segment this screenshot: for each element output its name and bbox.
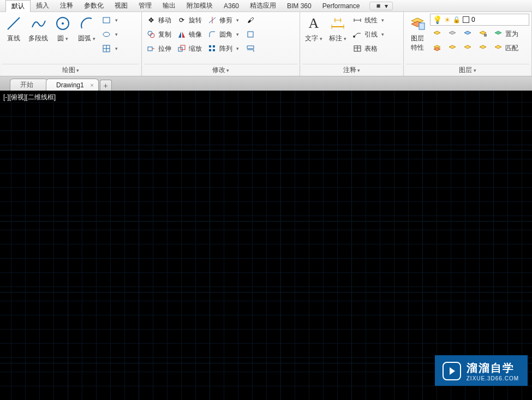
layer-status-dropdown[interactable]: 💡 ☀ 🔓 0	[430, 14, 529, 26]
tool-extra3[interactable]	[244, 42, 256, 55]
trim-label: 修剪	[219, 16, 232, 25]
copy-label: 复制	[158, 30, 171, 39]
tool-trim[interactable]: 修剪▾	[206, 14, 241, 27]
tool-polyline-label: 多段线	[28, 34, 48, 43]
color-swatch	[463, 16, 469, 23]
panel-annotation-title[interactable]: 注释	[302, 64, 401, 76]
layer-btn-3[interactable]	[446, 27, 458, 40]
polyline-icon	[29, 15, 47, 32]
menu-addins[interactable]: 附加模块	[181, 0, 218, 11]
tool-circle-label: 圆	[57, 34, 68, 43]
stretch-icon	[146, 44, 156, 53]
tool-ellipse[interactable]: ▾	[100, 28, 120, 41]
linear-icon	[352, 15, 362, 25]
menu-annotate[interactable]: 注释	[55, 0, 79, 11]
layer-btn-4[interactable]	[446, 41, 458, 55]
layer-btn-6[interactable]	[462, 41, 474, 55]
tab-close-icon[interactable]: ×	[90, 82, 93, 88]
tool-layerprops[interactable]: 图层 特性	[406, 14, 429, 53]
tool-linear[interactable]: 线性▾	[351, 14, 386, 27]
view-label[interactable]: [-][俯视][二维线框]	[3, 93, 56, 102]
play-icon	[443, 362, 461, 380]
tab-start-label: 开始	[20, 80, 33, 89]
menu-output[interactable]: 输出	[157, 0, 181, 11]
scale-label: 缩放	[189, 44, 202, 53]
tool-move[interactable]: ✥移动	[145, 14, 172, 27]
panel-layers-title[interactable]: 图层	[406, 64, 529, 76]
trim-icon	[207, 15, 217, 25]
layer-iso-icon	[447, 43, 457, 53]
svg-point-29	[353, 35, 355, 38]
tool-circle[interactable]: 圆	[51, 14, 74, 44]
layer-btn-5[interactable]	[462, 27, 474, 40]
tool-fillet[interactable]: 圆角▾	[206, 28, 241, 41]
dim-label: 标注	[329, 34, 346, 43]
svg-rect-15	[209, 45, 211, 47]
table-label: 表格	[364, 44, 378, 53]
setcurrent-label: 置为	[505, 29, 518, 39]
menu-default[interactable]: 默认	[5, 0, 31, 12]
layerprops-label: 图层 特性	[411, 34, 424, 52]
menu-performance[interactable]: Performance	[317, 1, 366, 11]
menu-bim360[interactable]: BIM 360	[282, 1, 317, 11]
menu-a360[interactable]: A360	[218, 1, 244, 11]
layer-current-name: 0	[471, 16, 527, 23]
tool-polyline[interactable]: 多段线	[26, 14, 50, 44]
line-icon	[5, 15, 22, 32]
tool-extra2[interactable]	[244, 28, 256, 41]
panel-draw-title[interactable]: 绘图	[2, 64, 139, 76]
layer-setcurrent[interactable]: 置为	[492, 27, 519, 40]
text-label: 文字	[305, 34, 322, 43]
tool-stretch[interactable]: 拉伸	[145, 42, 172, 55]
tool-copy[interactable]: 复制	[145, 28, 172, 41]
dimension-icon	[329, 15, 346, 32]
layer-btn-1[interactable]	[431, 27, 443, 40]
menu-view[interactable]: 视图	[109, 0, 133, 11]
fillet-label: 圆角	[219, 30, 232, 39]
svg-rect-18	[213, 49, 215, 51]
drawing-canvas[interactable]: [-][俯视][二维线框] 溜溜自学 ZIXUE.3D66.COM	[0, 91, 532, 400]
layer-btn-2[interactable]	[431, 41, 443, 55]
text-icon: A	[305, 15, 322, 32]
menu-featured[interactable]: 精选应用	[244, 0, 282, 11]
menu-parametric[interactable]: 参数化	[79, 0, 109, 11]
layer-match[interactable]: 匹配	[492, 41, 519, 55]
tool-leader[interactable]: 引线▾	[351, 28, 386, 41]
menu-bar: 默认 插入 注释 参数化 视图 管理 输出 附加模块 A360 精选应用 BIM…	[0, 0, 532, 12]
tool-extra1[interactable]: 🖌	[244, 14, 256, 27]
tool-line-label: 直线	[7, 34, 20, 43]
menu-manage[interactable]: 管理	[133, 0, 157, 11]
mirror-icon	[177, 29, 187, 39]
tool-rect[interactable]: ▾	[100, 14, 120, 27]
hatch-icon	[101, 44, 111, 53]
tool-rotate[interactable]: ⟳旋转	[176, 14, 203, 27]
tool-array[interactable]: 阵列▾	[206, 42, 241, 55]
layer-off-icon	[447, 29, 457, 39]
tool-hatch[interactable]: ▾	[100, 42, 120, 55]
layer-freeze-icon	[463, 29, 473, 39]
tool-table[interactable]: 表格	[351, 42, 386, 55]
table-icon	[352, 44, 362, 53]
move-label: 移动	[158, 16, 171, 25]
tool-mirror[interactable]: 镜像	[176, 28, 203, 41]
circle-icon	[54, 15, 71, 32]
tab-drawing1-label: Drawing1	[56, 81, 84, 89]
tool-arc[interactable]: 圆弧	[75, 14, 98, 44]
brush-icon: 🖌	[246, 15, 255, 25]
tab-add[interactable]: +	[100, 80, 112, 91]
tool-scale[interactable]: 缩放	[176, 42, 203, 55]
svg-rect-16	[213, 45, 215, 47]
menu-overflow[interactable]: ◾ ▾	[369, 2, 392, 10]
tool-line[interactable]: 直线	[2, 14, 25, 44]
move-icon: ✥	[146, 15, 156, 25]
panel-modify-title[interactable]: 修改	[144, 64, 297, 76]
layer-btn-7[interactable]	[477, 27, 489, 40]
rect-icon	[101, 15, 111, 25]
tab-start[interactable]: 开始	[10, 79, 48, 91]
stretch-label: 拉伸	[158, 44, 171, 53]
tool-dimension[interactable]: 标注	[326, 14, 349, 44]
tool-text[interactable]: A 文字	[302, 14, 325, 44]
tab-drawing1[interactable]: Drawing1 ×	[46, 79, 99, 91]
layer-btn-8[interactable]	[477, 41, 489, 55]
menu-insert[interactable]: 插入	[31, 0, 55, 11]
